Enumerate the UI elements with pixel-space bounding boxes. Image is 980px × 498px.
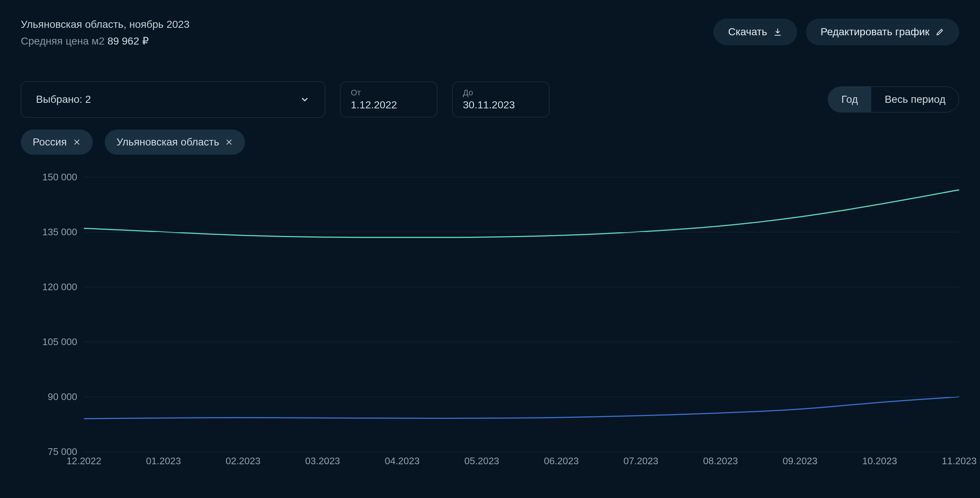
gridline — [84, 177, 959, 177]
region-select-label: Выбрано: 2 — [36, 94, 91, 105]
date-to-label: До — [463, 88, 539, 98]
gridline — [84, 397, 959, 397]
avg-price-line: Средняя цена м2 89 962 ₽ — [21, 35, 190, 47]
chevron-down-icon — [299, 94, 310, 105]
x-axis-tick: 03.2023 — [305, 455, 340, 467]
x-axis-tick: 02.2023 — [226, 455, 261, 467]
pencil-icon — [935, 27, 944, 37]
region-chip: Россия — [21, 129, 93, 155]
x-axis-tick: 11.2023 — [942, 455, 977, 467]
y-axis-tick: 120 000 — [42, 281, 77, 293]
gridline — [84, 452, 959, 452]
gridline — [84, 287, 959, 287]
x-axis-tick: 05.2023 — [465, 455, 499, 467]
page-title: Ульяновская область, ноябрь 2023 — [21, 19, 190, 30]
x-axis-tick: 07.2023 — [624, 455, 659, 467]
edit-chart-button[interactable]: Редактировать график — [806, 19, 959, 45]
y-axis-tick: 90 000 — [48, 391, 77, 403]
region-chip: Ульяновская область — [105, 129, 245, 155]
x-axis-tick: 06.2023 — [544, 455, 579, 467]
x-axis-tick: 09.2023 — [783, 455, 818, 467]
toggle-all-period[interactable]: Весь период — [871, 87, 959, 112]
date-from-value: 1.12.2022 — [351, 99, 426, 111]
date-from-input[interactable]: От 1.12.2022 — [340, 82, 437, 117]
x-axis-tick: 04.2023 — [385, 455, 420, 467]
chart-line — [84, 190, 959, 237]
edit-chart-button-label: Редактировать график — [821, 26, 929, 38]
region-select[interactable]: Выбрано: 2 — [21, 81, 325, 118]
date-to-input[interactable]: До 30.11.2023 — [452, 82, 549, 117]
x-axis-tick: 12.2022 — [67, 455, 101, 467]
x-axis-tick: 10.2023 — [862, 455, 897, 467]
region-chip-label: Ульяновская область — [116, 136, 220, 148]
date-to-value: 30.11.2023 — [463, 99, 539, 111]
close-icon[interactable] — [225, 138, 233, 146]
download-icon — [773, 27, 782, 37]
y-axis-tick: 150 000 — [42, 172, 77, 183]
price-chart: 75 00090 000105 000120 000135 000150 000… — [21, 177, 959, 466]
date-from-label: От — [351, 88, 426, 98]
download-button-label: Скачать — [728, 26, 767, 38]
y-axis-tick: 105 000 — [42, 336, 77, 348]
download-button[interactable]: Скачать — [713, 19, 797, 45]
chart-line — [84, 397, 959, 418]
x-axis-tick: 08.2023 — [703, 455, 738, 467]
avg-price-value: 89 962 ₽ — [107, 35, 148, 47]
period-toggle: Год Весь период — [828, 86, 959, 113]
gridline — [84, 342, 959, 342]
x-axis-tick: 01.2023 — [146, 455, 181, 467]
region-chip-label: Россия — [33, 136, 67, 148]
gridline — [84, 232, 959, 232]
toggle-year[interactable]: Год — [828, 87, 872, 112]
avg-price-label: Средняя цена м2 — [21, 35, 105, 47]
y-axis-tick: 135 000 — [42, 226, 77, 238]
close-icon[interactable] — [73, 138, 81, 146]
